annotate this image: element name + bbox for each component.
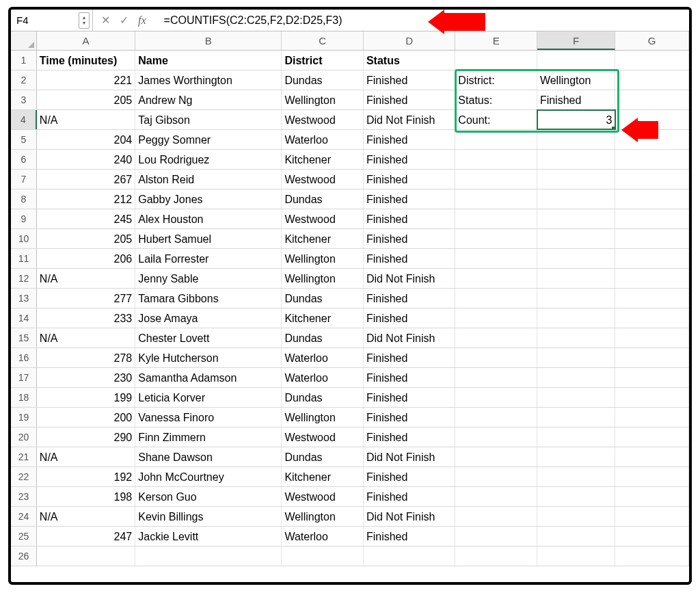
cell-name[interactable]: Jose Amaya [135,308,282,328]
cell[interactable] [282,546,364,566]
cell-status[interactable]: Finished [364,90,455,109]
criteria-label[interactable]: District: [455,70,537,90]
cell-district[interactable]: Kitchener [282,150,364,169]
cell-status[interactable]: Did Not Finish [364,269,455,288]
cell[interactable] [615,90,689,109]
criteria-label[interactable]: Count: [455,110,537,129]
cell[interactable] [537,507,616,526]
cell-district[interactable]: Dundas [282,70,364,90]
cell[interactable] [455,229,537,248]
cell-status[interactable]: Finished [364,150,455,169]
cell-status[interactable]: Did Not Finish [364,447,455,466]
cell-status[interactable]: Did Not Finish [364,110,455,129]
cell-status[interactable]: Finished [364,527,455,546]
cell-district[interactable]: Waterloo [282,527,364,546]
cell-status[interactable]: Finished [364,427,455,447]
cell-district[interactable]: Westwood [282,209,364,228]
cell[interactable] [537,209,616,228]
cell-time[interactable]: N/A [37,328,135,347]
cell[interactable] [455,408,537,427]
cell[interactable] [615,487,689,506]
cell[interactable] [455,209,537,228]
col-header-B[interactable]: B [135,31,282,50]
cell[interactable] [537,289,616,308]
col-header-F[interactable]: F [537,31,616,50]
cell[interactable] [537,189,616,209]
fx-icon[interactable]: fx [138,14,152,27]
cell-name[interactable]: Lou Rodriguez [135,150,282,169]
cell-name[interactable]: James Worthington [135,70,282,90]
cell-status[interactable]: Finished [364,467,455,486]
cell-name[interactable]: Tamara Gibbons [135,289,282,308]
col-header-G[interactable]: G [615,31,689,50]
cell-status[interactable]: Finished [364,229,455,248]
row-header[interactable]: 16 [11,348,37,367]
cell[interactable] [615,189,689,209]
cell[interactable] [615,328,689,347]
cell-district[interactable]: Dundas [282,447,364,466]
cell[interactable] [537,130,616,149]
row-header[interactable]: 15 [11,328,37,347]
cell[interactable] [455,447,537,466]
row-header[interactable]: 10 [11,229,37,248]
cell-name[interactable]: Alston Reid [135,170,282,189]
cell-status[interactable]: Finished [364,368,455,387]
cell-district[interactable]: Westwood [282,110,364,129]
cell-time[interactable]: N/A [37,507,135,526]
cell-district[interactable]: Waterloo [282,368,364,387]
cell[interactable] [537,348,616,367]
cell-time[interactable]: 206 [37,249,135,268]
row-header[interactable]: 17 [11,368,37,387]
row-header[interactable]: 26 [11,546,37,566]
criteria-value[interactable]: Wellington [537,70,616,90]
cell[interactable] [537,269,616,288]
cell[interactable] [537,408,616,427]
cell-district[interactable]: Wellington [282,90,364,109]
row-header[interactable]: 1 [11,51,37,70]
grid[interactable]: 1Time (minutes)NameDistrictStatus2221Jam… [11,51,689,566]
cell-time[interactable]: 245 [37,209,135,228]
cell[interactable] [455,189,537,209]
row-header[interactable]: 14 [11,308,37,328]
row-header[interactable]: 3 [11,90,37,109]
cell[interactable] [537,487,616,506]
cell[interactable] [615,408,689,427]
cell[interactable] [455,368,537,387]
cell[interactable] [455,150,537,169]
cell-name[interactable]: Kevin Billings [135,507,282,526]
cell[interactable] [537,170,616,189]
cell-time[interactable]: 233 [37,308,135,328]
row-header[interactable]: 13 [11,289,37,308]
cell[interactable] [615,130,689,149]
cell-district[interactable]: Kitchener [282,308,364,328]
cell[interactable] [455,348,537,367]
cell[interactable] [615,348,689,367]
cell-name[interactable]: Laila Forrester [135,249,282,268]
cell-time[interactable]: 204 [37,130,135,149]
cell[interactable] [615,249,689,268]
cell-name[interactable]: Kerson Guo [135,487,282,506]
cell-name[interactable]: Alex Houston [135,209,282,228]
cell-name[interactable]: Peggy Somner [135,130,282,149]
cell[interactable] [455,328,537,347]
cell-status[interactable]: Finished [364,487,455,506]
cell[interactable] [455,527,537,546]
cell[interactable] [455,308,537,328]
cell-time[interactable]: 212 [37,189,135,209]
cell-time[interactable]: 240 [37,150,135,169]
cell-district[interactable]: Kitchener [282,229,364,248]
cell-time[interactable]: 198 [37,487,135,506]
cell-district[interactable]: Dundas [282,328,364,347]
cell-district[interactable]: Kitchener [282,467,364,486]
cell[interactable] [537,527,616,546]
row-header[interactable]: 18 [11,388,37,407]
header-name[interactable]: Name [135,51,282,70]
cell[interactable] [537,229,616,248]
cell-name[interactable]: Andrew Ng [135,90,282,109]
row-header[interactable]: 24 [11,507,37,526]
cell[interactable] [537,368,616,387]
cell[interactable] [37,546,135,566]
cell[interactable] [615,467,689,486]
cell-name[interactable]: Finn Zimmern [135,427,282,447]
cell[interactable] [615,546,689,566]
